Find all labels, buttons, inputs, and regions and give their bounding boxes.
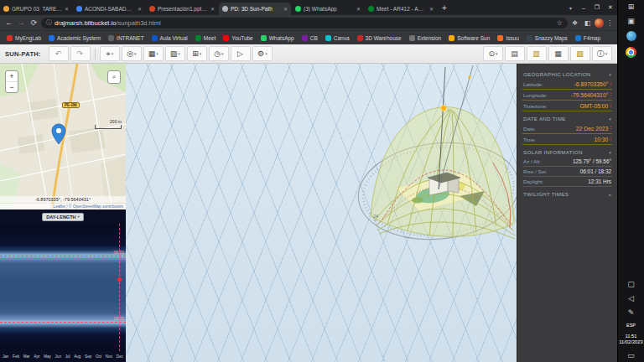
undo-button[interactable]: ↶ — [49, 46, 69, 61]
rise-set-value: 06:01 / 18:32 — [580, 168, 611, 174]
bookmark-label: Meet — [204, 35, 216, 41]
date-value[interactable]: 22 Dec 2023 — [576, 126, 609, 132]
bookmark-item[interactable]: Canva — [325, 35, 350, 41]
day-length-selector[interactable]: DAY-LENGTH ▾ — [42, 213, 84, 221]
section-solar-information[interactable]: SOLAR INFORMATION ▾ — [517, 147, 617, 157]
longitude-value[interactable]: -79.56404310° — [571, 92, 609, 98]
spinner-icon[interactable] — [610, 137, 611, 142]
bookmark-item[interactable]: 3D Warehouse — [357, 35, 402, 41]
panel-toggle-1[interactable]: ▤ — [505, 46, 525, 61]
new-tab-button[interactable]: + — [442, 3, 447, 13]
camera-icon[interactable]: ▢ — [627, 280, 635, 288]
tab-close-icon[interactable]: ✕ — [210, 6, 215, 12]
forward-icon[interactable]: → — [16, 18, 27, 27]
bookmark-item[interactable]: Extension — [409, 35, 442, 41]
time-field: Time: 10:30 — [522, 134, 612, 145]
settings-tool[interactable]: ⚙▾ — [252, 46, 273, 61]
bookmark-item[interactable]: F4map — [575, 35, 600, 41]
bookmark-label: CB — [310, 35, 318, 41]
bookmark-item[interactable]: MyEngLab — [7, 35, 41, 41]
sun-path-3d-view[interactable]: 24 — [126, 64, 517, 362]
tab-close-icon[interactable]: ✕ — [356, 6, 361, 12]
section-geographic-location[interactable]: GEOGRAPHIC LOCATION ▾ — [517, 69, 617, 79]
info-tool[interactable]: ⓘ▾ — [592, 46, 612, 61]
task-view-icon[interactable]: ▣ — [627, 17, 635, 25]
zoom-out-button[interactable]: − — [6, 82, 18, 92]
address-bar[interactable]: ⓘ drajmarsh.bitbucket.io/sunpath3d.html … — [41, 18, 568, 28]
taskbar-clock[interactable]: 11:51 11/02/2023 — [619, 334, 643, 345]
chart-tool[interactable]: ▦▾ — [143, 46, 164, 61]
location-map[interactable]: + − ⌕ PE-1NI 200 m -6.8970335°, -79.5640… — [0, 64, 126, 209]
profile-avatar[interactable] — [595, 18, 604, 28]
spinner-icon[interactable] — [610, 92, 611, 97]
panel-toggle-3[interactable]: ▦ — [548, 46, 569, 61]
tab-search-icon[interactable]: ▾ — [569, 5, 572, 11]
bookmark-item[interactable]: Aula Virtual — [152, 35, 188, 41]
panel-toggle-2[interactable]: ▥ — [527, 46, 547, 61]
close-button[interactable]: ✕ — [604, 0, 617, 15]
timezone-value[interactable]: GMT-05:00 — [579, 103, 608, 109]
time-tool[interactable]: ◷▾ — [209, 46, 229, 61]
bookmark-item[interactable]: YouTube — [223, 35, 253, 41]
tab-close-icon[interactable]: ✕ — [283, 6, 288, 12]
start-button[interactable]: ⊞ — [628, 3, 635, 11]
extensions-icon[interactable]: ❖ — [569, 19, 580, 27]
sun-marker[interactable] — [441, 106, 446, 111]
browser-tab[interactable]: GRUPO 03_TAREA 9,10 Y ✕ — [0, 3, 72, 15]
section-twilight-times[interactable]: TWILIGHT TIMES ▸ — [517, 189, 617, 199]
notifications-icon[interactable]: ▭ — [627, 351, 635, 359]
section-date-and-time[interactable]: DATE AND TIME ▾ — [517, 113, 617, 123]
map-attribution[interactable]: Leaflet | © OpenStreetMap contributors — [0, 204, 126, 209]
map-tiles — [0, 64, 126, 209]
tab-close-icon[interactable]: ✕ — [138, 6, 142, 12]
browser-tab[interactable]: (3) WhatsApp ✕ — [292, 3, 364, 15]
language-indicator[interactable]: ESP — [626, 323, 636, 328]
field-label: Rise / Set: — [523, 168, 548, 174]
location-tool[interactable]: ◎▾ — [122, 46, 142, 61]
browser-tab[interactable]: PD: 3D Sun-Path ✕ — [219, 3, 291, 15]
observer-tool[interactable]: ⌖▾ — [100, 46, 120, 61]
panel-toggle-4[interactable]: ▧ — [570, 46, 590, 61]
bookmark-star-icon[interactable]: ☆ — [557, 19, 563, 27]
visibility-tool[interactable]: ⊙▾ — [483, 46, 503, 61]
spinner-icon[interactable] — [610, 103, 611, 108]
app-icon[interactable] — [626, 31, 636, 41]
day-length-chart[interactable]: 06:01 18:32 — [0, 224, 126, 351]
bookmark-item[interactable]: CB — [302, 35, 318, 41]
tab-close-icon[interactable]: ✕ — [65, 6, 69, 12]
restore-button[interactable]: ❐ — [590, 0, 604, 15]
bookmark-item[interactable]: Software Sun — [449, 35, 490, 41]
spinner-icon[interactable] — [610, 126, 611, 131]
spinner-icon[interactable] — [610, 81, 611, 86]
tab-close-icon[interactable]: ✕ — [429, 6, 434, 12]
table-tool[interactable]: ⊞▾ — [187, 46, 207, 61]
bookmark-item[interactable]: Meet — [195, 35, 216, 41]
redo-button[interactable]: ↷ — [70, 46, 91, 61]
site-info-icon[interactable]: ⓘ — [46, 18, 52, 27]
play-animation-button[interactable]: ▷ — [231, 46, 251, 61]
bookmark-item[interactable]: Issuu — [497, 35, 519, 41]
browser-tab[interactable]: Meet - AR412 - ACC... ✕ — [365, 3, 437, 15]
latitude-value[interactable]: -6.89703350° — [574, 81, 608, 87]
bookmark-item[interactable]: WhatsApp — [261, 35, 294, 41]
back-icon[interactable]: ← — [3, 18, 14, 27]
month-label: Sep — [85, 354, 91, 359]
time-value[interactable]: 10:30 — [594, 137, 608, 142]
pen-icon[interactable]: ✎ — [628, 308, 635, 317]
reload-icon[interactable]: ⟳ — [29, 18, 39, 27]
shading-tool[interactable]: ▨▾ — [165, 46, 185, 61]
bookmark-item[interactable]: Academic System — [49, 35, 101, 41]
bookmark-item[interactable]: INTRANET — [108, 35, 144, 41]
map-search-button[interactable]: ⌕ — [107, 70, 121, 84]
bookmark-item[interactable]: Snazzy Maps — [527, 35, 568, 41]
browser-tab[interactable]: Presentación1.pptx - Pre... ✕ — [146, 3, 218, 15]
chrome-icon[interactable] — [626, 47, 636, 58]
browser-menu-icon[interactable]: ⋮ — [605, 19, 614, 27]
current-time-marker[interactable] — [117, 277, 122, 282]
day-length-panel: DAY-LENGTH ▾ 06:01 18:32 JanFebMarAprMay… — [0, 209, 126, 362]
minimize-button[interactable]: – — [577, 0, 590, 15]
volume-icon[interactable]: ◁ — [628, 294, 634, 303]
side-panel-icon[interactable]: ◧ — [582, 19, 593, 27]
zoom-in-button[interactable]: + — [6, 71, 18, 82]
browser-tab[interactable]: ACONDI-SABADOS – Co... ✕ — [73, 3, 145, 15]
